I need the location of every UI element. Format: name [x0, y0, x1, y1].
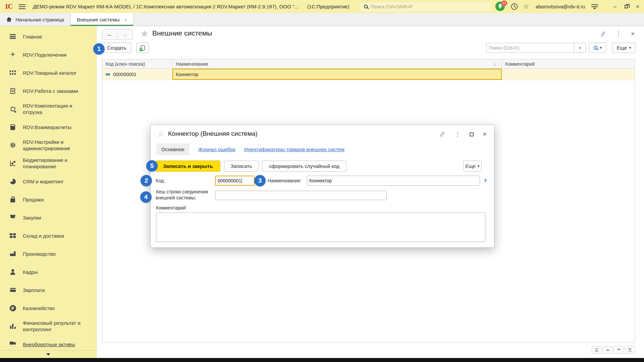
comment-field[interactable]: [156, 213, 485, 242]
get-link-icon[interactable]: [600, 31, 606, 37]
list-search-input[interactable]: [486, 43, 574, 53]
page-down-button[interactable]: [614, 346, 624, 354]
sort-desc-icon: ↓: [494, 61, 498, 67]
list-toolbar: Создать × ▾ Еще ▾: [102, 43, 636, 54]
pie-chart-icon: [8, 177, 17, 185]
go-last-button[interactable]: [625, 346, 635, 354]
tab-product-identifiers[interactable]: Идентификаторы товаров внешних систем: [244, 146, 344, 152]
shopping-bag-icon: [8, 195, 17, 203]
generate-random-code-button[interactable]: сформировать случайный код: [262, 161, 346, 172]
sidebar-item-treasury[interactable]: ₽ Казначейство: [0, 299, 96, 317]
titlebar: 1С ДЕМО-режим RDV Маркет RM-KA-MODEL / 1…: [0, 0, 644, 13]
name-field[interactable]: Коннектор: [307, 176, 480, 186]
notifications-button[interactable]: 13: [495, 2, 505, 12]
search-icon: [364, 5, 368, 8]
home-icon: [6, 17, 12, 22]
cell-name-selected[interactable]: Коннектор: [172, 69, 502, 80]
tab-home[interactable]: Начальная страница: [0, 13, 70, 26]
sidebar-item-hr[interactable]: Кадры: [0, 263, 96, 281]
code-label: Код:: [156, 178, 165, 183]
table-header: Код (ключ поиска) Наименование ↓ Коммент…: [102, 59, 635, 69]
back-button[interactable]: ←: [102, 29, 117, 40]
hash-label: Хеш строки соединения внешней системы:: [156, 189, 213, 201]
sidebar-item-finresult[interactable]: Финансовый результат и контроллинг: [0, 317, 96, 335]
sidebar-item-rdv-settlements[interactable]: RDV:Взаиморасчеты: [0, 118, 96, 136]
active-tab-indicator: [71, 25, 133, 26]
person-icon: [8, 268, 17, 276]
arrow-top-icon: [595, 349, 599, 352]
save-and-close-button[interactable]: Записать и закрыть: [156, 161, 220, 172]
favorites-star-icon[interactable]: ☆: [523, 3, 529, 10]
minimize-button[interactable]: –: [613, 4, 616, 9]
hash-field[interactable]: [215, 191, 387, 200]
sidebar-item-main[interactable]: Главное: [0, 27, 96, 46]
settings-menu-icon[interactable]: [591, 4, 598, 9]
chevron-down-icon: ▾: [478, 164, 480, 168]
sidebar-item-rdv-shipping[interactable]: RDV:Комплектация и отгрузка: [0, 100, 96, 118]
tab-external-systems[interactable]: Внешние системы ×: [70, 13, 133, 26]
sidebar-expander[interactable]: [0, 350, 96, 358]
more-button[interactable]: Еще ▾: [612, 43, 636, 53]
more-actions-icon[interactable]: ⋮: [454, 131, 461, 138]
cell-comment[interactable]: [502, 69, 635, 80]
sidebar: Главное ✈ RDV:Подключения RDV:Товарный к…: [0, 26, 97, 358]
column-name[interactable]: Наименование ↓: [172, 59, 502, 68]
list-pager: [592, 346, 635, 354]
forward-button[interactable]: →: [117, 29, 132, 40]
tab-close-icon[interactable]: ×: [124, 17, 127, 22]
favorite-star-icon[interactable]: ☆: [158, 130, 164, 138]
sidebar-item-crm[interactable]: CRM и маркетинг: [0, 172, 96, 190]
create-group-button[interactable]: [137, 43, 149, 53]
tab-error-log[interactable]: Журнал ошибок: [198, 146, 235, 152]
order-document-icon: [8, 87, 17, 95]
global-search-input[interactable]: [371, 4, 487, 9]
restore-button[interactable]: [625, 5, 628, 8]
tabbar: Начальная страница Внешние системы ×: [0, 13, 644, 26]
sidebar-item-payroll[interactable]: Зарплата: [0, 281, 96, 299]
sidebar-item-rdv-orders[interactable]: RDV:Работа с заказами: [0, 82, 96, 100]
create-button[interactable]: Создать: [102, 43, 131, 53]
search-dropdown-button[interactable]: ▾: [589, 43, 606, 53]
global-search[interactable]: [361, 2, 491, 11]
chevron-down-icon: ▾: [600, 46, 602, 50]
sidebar-item-warehouse[interactable]: Склад и доставка: [0, 227, 96, 245]
record-marker-icon: [106, 73, 110, 75]
dialog-more-button[interactable]: Еще ▾: [463, 161, 482, 172]
sidebar-item-rdv-catalog[interactable]: RDV:Товарный каталог: [0, 64, 96, 82]
annotation-4: 4: [140, 191, 152, 203]
save-button[interactable]: Записать: [224, 161, 259, 172]
page-up-button[interactable]: [603, 346, 613, 354]
cell-code[interactable]: 000000001: [102, 69, 172, 80]
dialog-toolbar: Записать и закрыть Записать сформировать…: [156, 161, 489, 172]
close-window-button[interactable]: ×: [636, 4, 639, 9]
get-link-icon[interactable]: [439, 131, 445, 137]
help-icon[interactable]: ?: [484, 178, 487, 184]
app-window: 1С ДЕМО-режим RDV Маркет RM-KA-MODEL / 1…: [0, 0, 644, 362]
column-code[interactable]: Код (ключ поиска): [102, 59, 172, 68]
code-field[interactable]: 000000001: [215, 176, 255, 186]
planning-chart-icon: [8, 159, 17, 167]
table-row[interactable]: 000000001 Коннектор: [102, 69, 635, 80]
search-icon: [594, 46, 597, 50]
favorite-star-icon[interactable]: ★: [140, 28, 149, 39]
column-comment[interactable]: Комментарий: [502, 59, 635, 68]
tab-general[interactable]: Основное: [156, 143, 190, 155]
close-form-icon[interactable]: ×: [631, 30, 635, 38]
main-menu-icon[interactable]: [19, 4, 25, 9]
sidebar-item-production[interactable]: Производство: [0, 245, 96, 263]
sidebar-item-sales[interactable]: Продажи: [0, 190, 96, 208]
window-title: ДЕМО-режим RDV Маркет RM-KA-MODEL / 1С:К…: [33, 4, 299, 9]
history-icon[interactable]: [511, 3, 518, 10]
dialog-tabs: Основное Журнал ошибок Идентификаторы то…: [156, 143, 344, 155]
close-dialog-icon[interactable]: ×: [483, 130, 487, 138]
clear-search-button[interactable]: ×: [574, 43, 586, 53]
sidebar-item-rdv-settings[interactable]: RDV:Настройки и администрирование: [0, 136, 96, 154]
go-first-button[interactable]: [592, 346, 602, 354]
sidebar-item-purchases[interactable]: Закупки: [0, 208, 96, 227]
warehouse-grid-icon: [8, 232, 17, 240]
maximize-icon[interactable]: [470, 132, 474, 136]
factory-icon: [8, 250, 17, 258]
sidebar-item-budgeting[interactable]: Бюджетирование и планирование: [0, 154, 96, 172]
sidebar-item-rdv-connections[interactable]: ✈ RDV:Подключения: [0, 46, 96, 64]
more-actions-icon[interactable]: ⋮: [615, 30, 622, 38]
